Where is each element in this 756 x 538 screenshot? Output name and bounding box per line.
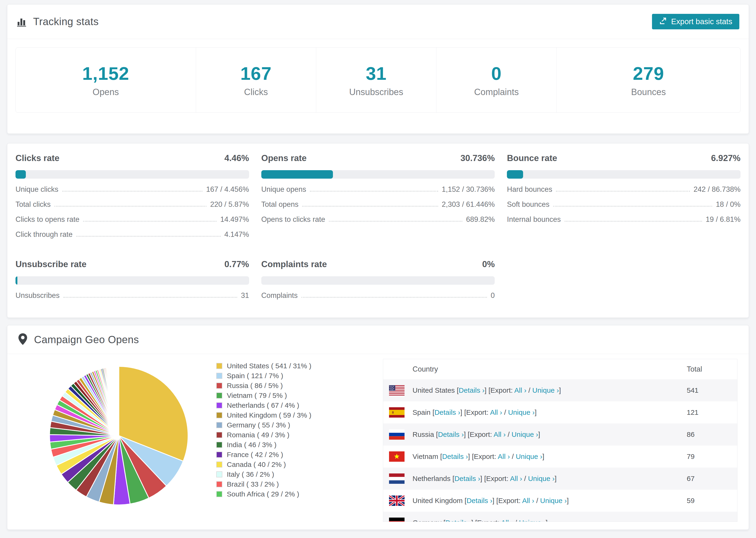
export-all-link[interactable]: All ›: [514, 386, 527, 394]
country-name: Netherlands: [412, 475, 453, 482]
details-link[interactable]: Details ›: [459, 386, 485, 394]
rate-detail-row: Clicks to opens rate14.497%: [16, 215, 249, 224]
export-all-link[interactable]: All ›: [501, 519, 513, 522]
total-cell: 67: [687, 475, 737, 483]
bracket: [: [457, 386, 459, 394]
legend-item[interactable]: Spain ( 121 / 7% ): [216, 371, 311, 381]
country-name: United Kingdom: [412, 497, 465, 505]
country-name: Russia: [412, 430, 436, 438]
table-row: United Kingdom [Details ›] [Export: All …: [383, 490, 737, 512]
legend-item[interactable]: Italy ( 36 / 2% ): [216, 469, 311, 479]
details-link[interactable]: Details ›: [438, 430, 464, 438]
details-link[interactable]: Details ›: [442, 453, 468, 460]
geo-legend: United States ( 541 / 31% )Spain ( 121 /…: [216, 361, 311, 499]
rate-block-clicks-rate: Clicks rate4.46%Unique clicks167 / 4.456…: [16, 153, 249, 239]
tracking-stats-header: Tracking stats Export basic stats: [7, 4, 749, 39]
rate-block-bounce-rate: Bounce rate6.927%Hard bounces242 / 86.73…: [507, 153, 740, 239]
rates-row-2: Unsubscribe rate0.77%Unsubscribes31Compl…: [16, 259, 740, 300]
map-pin-icon: [18, 333, 27, 346]
pie-slice[interactable]: [119, 366, 119, 436]
legend-color-swatch: [216, 373, 222, 379]
legend-item[interactable]: United Kingdom ( 59 / 3% ): [216, 410, 311, 420]
rate-value: 0%: [482, 259, 495, 269]
stat-box-unsubscribes: 31Unsubscribes: [316, 48, 436, 112]
country-name: United States: [412, 386, 457, 394]
export-unique-link[interactable]: Unique ›: [508, 408, 535, 416]
page-title: Tracking stats: [33, 16, 99, 27]
export-button-label: Export basic stats: [671, 17, 732, 26]
export-all-link[interactable]: All ›: [510, 475, 522, 482]
export-unique-link[interactable]: Unique ›: [512, 430, 538, 438]
rate-detail-label: Soft bounces: [507, 200, 549, 209]
details-link[interactable]: Details ›: [434, 408, 460, 416]
export-unique-link[interactable]: Unique ›: [540, 497, 567, 505]
stat-box-opens: 1,152Opens: [16, 48, 196, 112]
campaign-geo-opens-card: Campaign Geo Opens United States ( 541 /…: [7, 325, 749, 530]
export-unique-link[interactable]: Unique ›: [528, 475, 555, 482]
rate-progress-fill: [16, 276, 17, 285]
rate-detail-row: Internal bounces19 / 6.81%: [507, 215, 740, 224]
details-link[interactable]: Details ›: [466, 497, 492, 505]
table-row: Spain [Details ›] [Export: All › / Uniqu…: [383, 402, 737, 423]
legend-item[interactable]: France ( 42 / 2% ): [216, 450, 311, 459]
rate-progress-bar: [261, 276, 495, 285]
export-all-link[interactable]: All ›: [494, 430, 506, 438]
legend-item[interactable]: Brazil ( 33 / 2% ): [216, 479, 311, 489]
slash: /: [506, 430, 512, 438]
legend-item[interactable]: Netherlands ( 67 / 4% ): [216, 401, 311, 410]
export-label: [Export:: [472, 453, 498, 460]
export-unique-link[interactable]: Unique ›: [532, 386, 559, 394]
bracket: ]: [546, 519, 548, 522]
legend-item[interactable]: Germany ( 55 / 3% ): [216, 420, 311, 430]
details-link[interactable]: Details ›: [454, 475, 480, 482]
legend-color-swatch: [216, 402, 222, 408]
legend-item[interactable]: Romania ( 49 / 3% ): [216, 430, 311, 440]
rate-detail-value: 18 / 0%: [716, 200, 740, 209]
legend-label: United Kingdom ( 59 / 3% ): [227, 411, 311, 419]
export-all-link[interactable]: All ›: [498, 453, 510, 460]
legend-color-swatch: [216, 481, 222, 487]
legend-label: South Africa ( 29 / 2% ): [227, 490, 299, 498]
export-all-link[interactable]: All ›: [490, 408, 502, 416]
stat-label: Bounces: [631, 87, 666, 97]
legend-label: Spain ( 121 / 7% ): [227, 372, 283, 380]
legend-label: Romania ( 49 / 3% ): [227, 431, 290, 439]
rate-title: Bounce rate: [507, 153, 557, 163]
export-all-link[interactable]: All ›: [522, 497, 534, 505]
total-cell: 121: [687, 408, 737, 416]
page: Tracking stats Export basic stats 1,152O…: [0, 0, 756, 538]
legend-color-swatch: [216, 471, 222, 477]
legend-item[interactable]: India ( 46 / 3% ): [216, 440, 311, 450]
export-basic-stats-button[interactable]: Export basic stats: [652, 14, 739, 29]
dotted-leader: [63, 297, 237, 297]
rate-detail-row: Complaints0: [261, 291, 495, 300]
legend-color-swatch: [216, 432, 222, 438]
dotted-leader: [310, 191, 438, 191]
slash: /: [502, 408, 508, 416]
legend-item[interactable]: United States ( 541 / 31% ): [216, 361, 311, 371]
legend-label: Brazil ( 33 / 2% ): [227, 480, 279, 488]
rate-detail-label: Internal bounces: [507, 215, 561, 224]
country-cell: Germany [Details ›] [Export: All › / Uni…: [412, 519, 687, 522]
legend-item[interactable]: Vietnam ( 79 / 5% ): [216, 391, 311, 401]
rate-block-complaints-rate: Complaints rate0%Complaints0: [261, 259, 495, 300]
legend-item[interactable]: Russia ( 86 / 5% ): [216, 381, 311, 391]
rate-value: 0.77%: [225, 259, 249, 269]
stats-summary-row: 1,152Opens167Clicks31Unsubscribes0Compla…: [16, 47, 740, 113]
legend-item[interactable]: Canada ( 40 / 2% ): [216, 459, 311, 469]
legend-label: India ( 46 / 3% ): [227, 441, 277, 449]
export-unique-link[interactable]: Unique ›: [516, 453, 542, 460]
dotted-leader: [83, 221, 216, 222]
rates-card: Clicks rate4.46%Unique clicks167 / 4.456…: [7, 143, 749, 318]
tracking-stats-card: Tracking stats Export basic stats 1,152O…: [7, 4, 749, 134]
dotted-leader: [54, 206, 206, 207]
details-link[interactable]: Details ›: [445, 519, 471, 522]
bracket: ]: [538, 430, 540, 438]
export-icon: [659, 17, 668, 27]
rate-detail-row: Unique clicks167 / 4.456%: [16, 185, 249, 194]
table-row: Russia [Details ›] [Export: All › / Uniq…: [383, 423, 737, 446]
legend-item[interactable]: South Africa ( 29 / 2% ): [216, 489, 311, 499]
rate-progress-fill: [261, 170, 333, 179]
rate-detail-value: 689.82%: [466, 215, 495, 224]
export-unique-link[interactable]: Unique ›: [519, 519, 546, 522]
